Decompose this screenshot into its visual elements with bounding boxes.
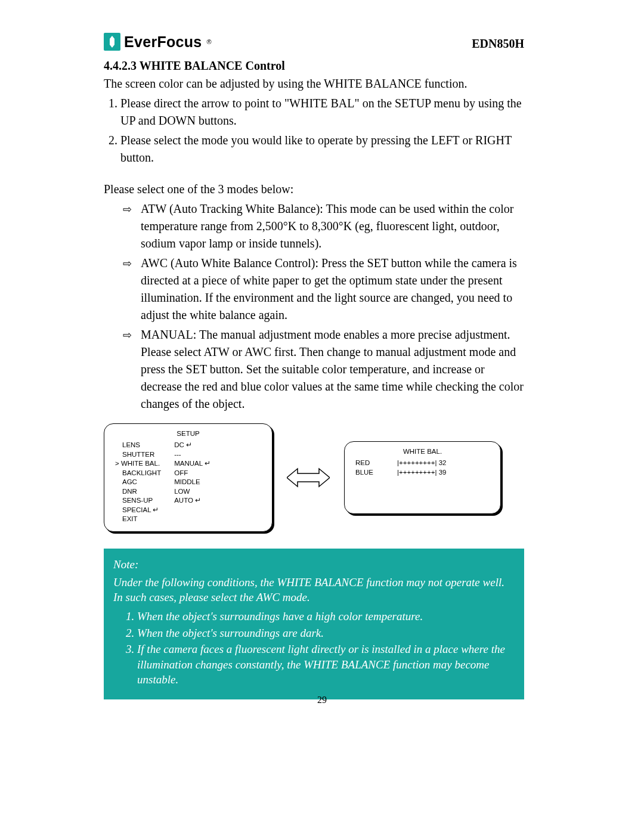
osd-whitebal-box: WHITE BAL. RED BLUE |+++++++++| 32 |++++… <box>344 441 501 514</box>
osd-label: LENS <box>122 441 161 450</box>
svg-marker-0 <box>287 469 330 487</box>
osd-setup-title: SETUP <box>115 430 261 437</box>
osd-label-selected: WHITE BAL. <box>122 459 161 469</box>
mode-item: MANUAL: The manual adjustment mode enabl… <box>141 326 524 413</box>
logo-mark-icon <box>104 33 120 51</box>
modes-list: ATW (Auto Tracking White Balance): This … <box>104 200 524 413</box>
osd-value: OFF <box>174 469 210 478</box>
page-header: EverFocus® EDN850H <box>104 33 524 51</box>
page-number: 29 <box>0 695 644 705</box>
osd-wb-title: WHITE BAL. <box>355 448 490 455</box>
note-list: When the object's surroundings have a hi… <box>113 609 515 688</box>
note-item: If the camera faces a fluorescent light … <box>137 642 515 688</box>
osd-value: DC ↵ <box>174 441 210 450</box>
registered-icon: ® <box>207 38 212 45</box>
brand-logo: EverFocus® <box>104 33 212 51</box>
osd-wb-blue-label: BLUE <box>355 468 373 478</box>
osd-value: AUTO ↵ <box>174 496 210 506</box>
osd-wb-red-value: |+++++++++| 32 <box>397 459 446 468</box>
osd-setup-values: DC ↵ --- MANUAL ↵ OFF MIDDLE LOW AUTO ↵ <box>174 441 210 524</box>
osd-label: SHUTTER <box>122 450 161 460</box>
section-heading: 4.4.2.3 WHITE BALANCE Control <box>104 59 524 73</box>
mode-item: ATW (Auto Tracking White Balance): This … <box>141 200 524 252</box>
osd-label: BACKLIGHT <box>122 469 161 478</box>
osd-label: AGC <box>122 478 161 487</box>
osd-wb-red-label: RED <box>355 459 373 468</box>
section-number: 4.4.2.3 <box>104 59 137 72</box>
page-content: EverFocus® EDN850H 4.4.2.3 WHITE BALANCE… <box>104 33 524 699</box>
note-item: When the object's surroundings are dark. <box>137 625 515 641</box>
double-arrow-icon <box>287 467 330 488</box>
osd-diagram: SETUP LENS SHUTTER WHITE BAL. BACKLIGHT … <box>104 423 524 532</box>
steps-list: Please direct the arrow to point to "WHI… <box>104 95 524 166</box>
note-lead: Under the following conditions, the WHIT… <box>113 575 515 605</box>
osd-value: --- <box>174 450 210 460</box>
intro-text: The screen color can be adjusted by usin… <box>104 75 524 92</box>
osd-wb-values: |+++++++++| 32 |+++++++++| 39 <box>397 459 446 477</box>
note-item: When the object's surroundings have a hi… <box>137 609 515 624</box>
step-item: Please select the mode you would like to… <box>120 132 524 166</box>
osd-value: MANUAL ↵ <box>174 459 210 469</box>
osd-value: LOW <box>174 487 210 497</box>
osd-wb-blue-value: |+++++++++| 39 <box>397 468 446 478</box>
section-title: WHITE BALANCE Control <box>140 59 285 72</box>
note-box: Note: Under the following conditions, th… <box>104 549 524 699</box>
osd-label: SENS-UP <box>122 496 161 506</box>
osd-label: EXIT <box>122 515 161 524</box>
osd-value: MIDDLE <box>174 478 210 487</box>
step-item: Please direct the arrow to point to "WHI… <box>120 95 524 129</box>
osd-label: DNR <box>122 487 161 497</box>
modes-intro: Please select one of the 3 modes below: <box>104 181 524 198</box>
osd-label: SPECIAL ↵ <box>122 506 161 515</box>
osd-setup-box: SETUP LENS SHUTTER WHITE BAL. BACKLIGHT … <box>104 423 273 532</box>
osd-wb-labels: RED BLUE <box>355 459 373 477</box>
osd-setup-labels: LENS SHUTTER WHITE BAL. BACKLIGHT AGC DN… <box>115 441 161 524</box>
model-name: EDN850H <box>472 37 524 51</box>
mode-item: AWC (Auto White Balance Control): Press … <box>141 255 524 324</box>
brand-name: EverFocus <box>124 33 202 51</box>
note-title: Note: <box>113 557 515 572</box>
